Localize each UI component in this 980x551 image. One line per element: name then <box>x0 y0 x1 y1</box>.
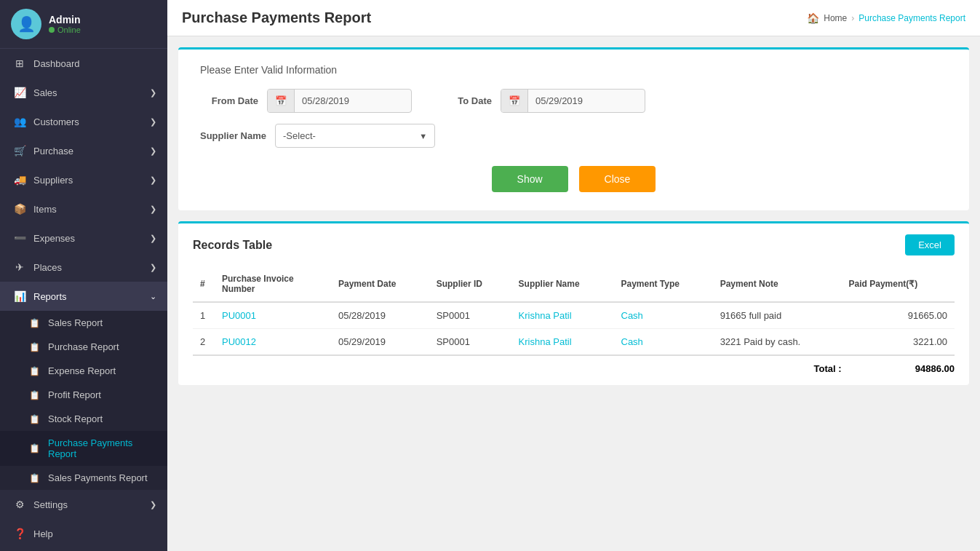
expenses-icon: ➖ <box>13 232 26 244</box>
sidebar-item-label: Purchase <box>33 146 143 156</box>
close-button[interactable]: Close <box>579 166 656 192</box>
calendar-icon: 📅 <box>268 90 295 112</box>
table-row: 2 PU0012 05/29/2019 SP0001 Krishna Patil… <box>193 329 955 356</box>
sidebar-item-label: Settings <box>33 499 143 510</box>
cell-supplier-name: Krishna Patil <box>511 329 614 356</box>
sidebar-item-label: Expenses <box>33 233 143 244</box>
col-invoice: Purchase Invoice Number <box>215 266 331 302</box>
purchase-report-icon: 📋 <box>28 342 41 352</box>
sidebar-item-suppliers[interactable]: 🚚 Suppliers ❯ <box>0 165 167 194</box>
chevron-right-icon: ❯ <box>150 234 156 243</box>
sales-icon: 📈 <box>13 87 26 98</box>
sidebar-item-label: Sales <box>33 87 143 98</box>
sidebar-item-label: Items <box>33 204 143 215</box>
chevron-right-icon: ❯ <box>150 88 156 98</box>
cell-payment-date: 05/29/2019 <box>331 329 429 356</box>
show-button[interactable]: Show <box>492 166 568 192</box>
total-label: Total : <box>193 355 842 374</box>
purchase-icon: 🛒 <box>13 145 26 156</box>
sidebar-item-label: Places <box>33 262 143 273</box>
sidebar-item-label: Suppliers <box>33 175 143 186</box>
sidebar-item-help[interactable]: ❓ Help <box>0 519 167 548</box>
home-icon: 🏠 <box>807 12 819 24</box>
invoice-link: PU0012 <box>222 336 256 347</box>
from-date-input[interactable] <box>295 90 411 112</box>
places-icon: ✈ <box>13 261 26 273</box>
sidebar: 👤 Admin Online ⊞ Dashboard 📈 Sales ❯ 👥 C… <box>0 0 167 551</box>
table-title: Records Table <box>193 239 272 252</box>
button-row: Show Close <box>200 159 947 192</box>
total-value: 94886.00 <box>842 355 955 374</box>
chevron-right-icon: ❯ <box>150 263 156 272</box>
sidebar-item-settings[interactable]: ⚙ Settings ❯ <box>0 490 167 519</box>
date-row: From Date 📅 To Date 📅 <box>200 89 947 113</box>
cell-supplier-id: SP0001 <box>429 329 511 356</box>
supplier-select-wrapper: -Select- ▼ <box>275 124 435 148</box>
sidebar-item-sales-payments-report[interactable]: 📋 Sales Payments Report <box>0 466 167 490</box>
cell-invoice[interactable]: PU0012 <box>215 329 331 356</box>
from-date-label: From Date <box>200 95 258 106</box>
sidebar-item-expense-report[interactable]: 📋 Expense Report <box>0 359 167 383</box>
dashboard-icon: ⊞ <box>13 58 26 69</box>
filter-heading: Please Enter Valid Information <box>200 64 947 76</box>
supplier-group: Supplier Name -Select- ▼ <box>200 124 435 148</box>
stock-report-icon: 📋 <box>28 414 41 424</box>
sidebar-item-expenses[interactable]: ➖ Expenses ❯ <box>0 223 167 253</box>
sidebar-item-label: Purchase Report <box>48 341 156 352</box>
sidebar-item-reports[interactable]: 📊 Reports ⌄ <box>0 282 167 311</box>
col-paid-payment: Paid Payment(₹) <box>842 266 955 302</box>
sidebar-item-sales-report[interactable]: 📋 Sales Report <box>0 311 167 335</box>
chevron-down-icon: ▼ <box>412 132 434 140</box>
items-icon: 📦 <box>13 203 26 215</box>
to-date-wrapper: 📅 <box>501 89 645 113</box>
col-supplier-id: Supplier ID <box>429 266 511 302</box>
sidebar-item-places[interactable]: ✈ Places ❯ <box>0 253 167 282</box>
sidebar-item-label: Sales Payments Report <box>48 472 156 483</box>
chevron-right-icon: ❯ <box>150 146 156 156</box>
content-area: Please Enter Valid Information From Date… <box>167 36 980 551</box>
sidebar-item-purchase-payments-report[interactable]: 📋 Purchase Payments Report <box>0 431 167 466</box>
col-payment-type: Payment Type <box>614 266 713 302</box>
sidebar-item-customers[interactable]: 👥 Customers ❯ <box>0 107 167 136</box>
sidebar-item-purchase-report[interactable]: 📋 Purchase Report <box>0 335 167 359</box>
sales-payments-report-icon: 📋 <box>28 473 41 483</box>
to-date-label: To Date <box>434 95 492 106</box>
sidebar-item-label: Dashboard <box>33 58 156 69</box>
help-icon: ❓ <box>13 528 26 539</box>
supplier-select[interactable]: -Select- <box>276 124 412 147</box>
suppliers-icon: 🚚 <box>13 174 26 186</box>
profit-report-icon: 📋 <box>28 390 41 400</box>
sidebar-header: 👤 Admin Online <box>0 0 167 49</box>
sidebar-item-label: Sales Report <box>48 317 156 328</box>
supplier-row: Supplier Name -Select- ▼ <box>200 124 947 148</box>
calendar-icon: 📅 <box>501 90 528 112</box>
customers-icon: 👥 <box>13 116 26 127</box>
cell-paid-payment: 3221.00 <box>842 329 955 356</box>
sidebar-item-purchase[interactable]: 🛒 Purchase ❯ <box>0 136 167 165</box>
excel-button[interactable]: Excel <box>905 234 955 255</box>
sidebar-item-label: Profit Report <box>48 389 156 400</box>
to-date-input[interactable] <box>528 90 645 112</box>
cell-payment-type: Cash <box>614 329 713 356</box>
col-payment-date: Payment Date <box>331 266 429 302</box>
sidebar-item-profit-report[interactable]: 📋 Profit Report <box>0 383 167 407</box>
sidebar-item-stock-report[interactable]: 📋 Stock Report <box>0 407 167 431</box>
breadcrumb-home[interactable]: Home <box>824 13 847 23</box>
cell-paid-payment: 91665.00 <box>842 302 955 329</box>
sidebar-nav: ⊞ Dashboard 📈 Sales ❯ 👥 Customers ❯ 🛒 Pu… <box>0 49 167 551</box>
sidebar-item-sales[interactable]: 📈 Sales ❯ <box>0 78 167 107</box>
total-row: Total : 94886.00 <box>193 355 955 374</box>
chevron-right-icon: ❯ <box>150 175 156 185</box>
settings-icon: ⚙ <box>13 499 26 510</box>
cell-invoice[interactable]: PU0001 <box>215 302 331 329</box>
sidebar-item-dashboard[interactable]: ⊞ Dashboard <box>0 49 167 78</box>
avatar: 👤 <box>11 9 41 39</box>
online-status: Online <box>49 25 81 34</box>
sidebar-item-label: Expense Report <box>48 365 156 376</box>
sidebar-item-items[interactable]: 📦 Items ❯ <box>0 194 167 223</box>
sales-report-icon: 📋 <box>28 318 41 328</box>
from-date-wrapper: 📅 <box>267 89 412 113</box>
purchase-payments-report-icon: 📋 <box>28 443 41 453</box>
cell-payment-note: 91665 full paid <box>713 302 842 329</box>
sidebar-item-label: Reports <box>33 291 143 302</box>
